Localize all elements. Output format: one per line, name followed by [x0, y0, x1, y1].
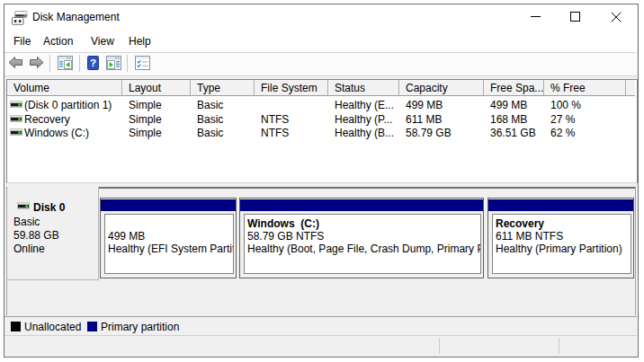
svg-text:?: ? — [89, 57, 95, 68]
